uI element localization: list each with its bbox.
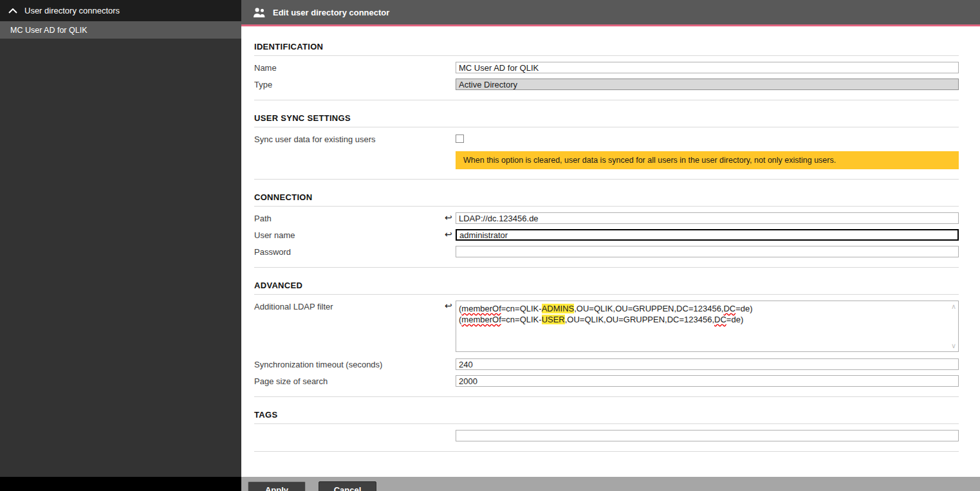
- ldap-filter-label: Additional LDAP filter: [254, 301, 445, 311]
- section-advanced: ADVANCED Additional LDAP filter ↩ (membe…: [254, 281, 959, 397]
- sync-row: Sync user data for existing users When t…: [254, 133, 959, 169]
- section-title: TAGS: [254, 410, 959, 424]
- sync-checkbox[interactable]: [456, 134, 464, 143]
- type-row: Type: [254, 79, 959, 90]
- pagesize-input[interactable]: [456, 375, 959, 387]
- timeout-label: Synchronization timeout (seconds): [254, 358, 445, 369]
- pagesize-label: Page size of search: [254, 375, 445, 386]
- timeout-input[interactable]: [456, 358, 959, 370]
- cancel-button[interactable]: Cancel: [319, 481, 376, 491]
- sync-label: Sync user data for existing users: [254, 133, 445, 144]
- sidebar-footer: [0, 477, 241, 491]
- section-tags: TAGS: [254, 410, 959, 452]
- app-window: User directory connectors MC User AD for…: [0, 0, 980, 491]
- section-title: IDENTIFICATION: [254, 42, 959, 56]
- section-title: USER SYNC SETTINGS: [254, 113, 959, 127]
- username-input[interactable]: [456, 229, 959, 241]
- ldap-filter-textarea[interactable]: (memberOf=cn=QLIK-ADMINS,OU=QLIK,OU=GRUP…: [456, 301, 959, 352]
- undo-icon[interactable]: ↩: [445, 229, 456, 239]
- type-input: [456, 79, 959, 90]
- password-row: Password: [254, 246, 959, 257]
- name-row: Name: [254, 62, 959, 73]
- sync-warning: When this option is cleared, user data i…: [456, 151, 959, 169]
- section-title: CONNECTION: [254, 192, 959, 207]
- tags-row: [254, 430, 959, 441]
- undo-icon[interactable]: ↩: [445, 212, 456, 223]
- username-row: User name ↩: [254, 229, 959, 241]
- undo-icon[interactable]: ↩: [445, 301, 456, 311]
- sidebar-item-connector[interactable]: MC User AD for QLIK: [0, 21, 241, 39]
- section-title: ADVANCED: [254, 281, 959, 295]
- page-header: Edit user directory connector: [241, 0, 980, 24]
- section-connection: CONNECTION Path ↩ User name ↩: [254, 192, 959, 268]
- action-bar: Apply Cancel: [241, 477, 980, 491]
- path-input[interactable]: [456, 212, 959, 224]
- page-title: Edit user directory connector: [273, 8, 389, 17]
- password-label: Password: [254, 246, 445, 257]
- main-panel: Edit user directory connector IDENTIFICA…: [241, 0, 980, 491]
- path-label: Path: [254, 212, 445, 223]
- sidebar-item-label: MC User AD for QLIK: [10, 26, 87, 35]
- edit-form: IDENTIFICATION Name Type: [241, 26, 980, 491]
- ldap-filter-content: (memberOf=cn=QLIK-ADMINS,OU=QLIK,OU=GRUP…: [459, 303, 944, 325]
- users-icon: [252, 8, 266, 17]
- sidebar: User directory connectors MC User AD for…: [0, 0, 241, 491]
- scroll-up-icon[interactable]: ∧: [951, 303, 956, 310]
- sidebar-title: User directory connectors: [24, 6, 120, 15]
- section-identification: IDENTIFICATION Name Type: [254, 42, 959, 100]
- section-user-sync: USER SYNC SETTINGS Sync user data for ex…: [254, 113, 959, 180]
- ldap-filter-row: Additional LDAP filter ↩ (memberOf=cn=QL…: [254, 301, 959, 352]
- password-input[interactable]: [456, 246, 959, 257]
- type-label: Type: [254, 79, 445, 89]
- path-row: Path ↩: [254, 212, 959, 224]
- name-input[interactable]: [456, 62, 959, 73]
- sidebar-header[interactable]: User directory connectors: [0, 0, 241, 21]
- scroll-down-icon[interactable]: ∨: [951, 342, 956, 349]
- chevron-up-icon: [8, 8, 17, 14]
- name-label: Name: [254, 62, 445, 73]
- username-label: User name: [254, 229, 445, 240]
- tags-input[interactable]: [456, 430, 959, 441]
- timeout-row: Synchronization timeout (seconds): [254, 358, 959, 370]
- apply-button[interactable]: Apply: [248, 481, 306, 491]
- pagesize-row: Page size of search: [254, 375, 959, 387]
